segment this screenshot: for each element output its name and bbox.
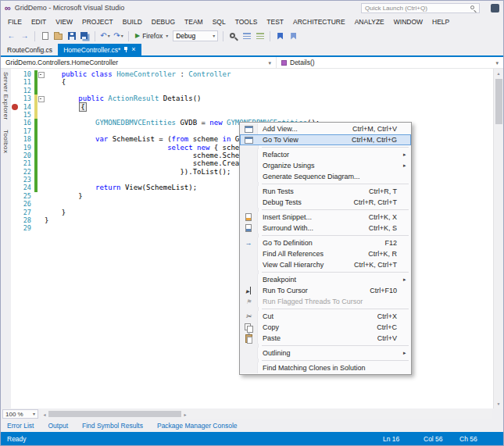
menu-sql[interactable]: SQL: [208, 18, 231, 26]
new-file-icon[interactable]: [39, 30, 51, 42]
menu-item-view-call-hierarchy[interactable]: View Call HierarchyCtrl+K, Ctrl+T: [240, 259, 411, 270]
feedback-icon[interactable]: [491, 4, 499, 12]
tab-homecontroller-cs[interactable]: HomeController.cs*×: [58, 44, 141, 55]
menu-item-cut[interactable]: CutCtrl+X: [240, 311, 411, 322]
side-tab-toolbox[interactable]: Toolbox: [2, 130, 9, 153]
line-number: 25: [19, 192, 34, 200]
menu-item-go-to-definition[interactable]: Go To DefinitionF12: [240, 237, 411, 248]
uncomment-icon[interactable]: [254, 30, 266, 42]
menu-analyze[interactable]: ANALYZE: [350, 18, 389, 26]
chevron-down-icon: ▾: [33, 412, 35, 416]
save-all-icon[interactable]: [79, 30, 91, 42]
tab-routeconfig-cs[interactable]: RouteConfig.cs: [2, 44, 58, 55]
horizontal-scrollbar[interactable]: ◂ ▸: [41, 409, 492, 419]
menu-icon-column: [240, 186, 258, 197]
horizontal-scroll-thumb[interactable]: [48, 411, 181, 417]
menu-item-surround-with[interactable]: Surround With...Ctrl+K, S: [240, 223, 411, 234]
vertical-scrollbar[interactable]: ▲ ▼: [493, 69, 503, 409]
line-number: 23: [19, 176, 34, 184]
toolbar-separator: [34, 31, 35, 41]
side-tab-server-explorer[interactable]: Server Explorer: [2, 72, 9, 120]
scroll-up-icon[interactable]: ▲: [494, 71, 503, 76]
redo-icon[interactable]: ↷▾: [113, 30, 124, 42]
breadcrumb-member[interactable]: Details() ▾: [277, 57, 503, 68]
line-number: 28: [19, 216, 34, 224]
panel-tab-find-symbol-results[interactable]: Find Symbol Results: [82, 422, 143, 430]
next-bookmark-icon[interactable]: [288, 30, 299, 42]
menu-item-run-tests[interactable]: Run TestsCtrl+R, T: [240, 186, 411, 197]
scroll-left-icon[interactable]: ◂: [41, 412, 48, 417]
quick-launch-input[interactable]: Quick Launch (Ctrl+Q): [361, 3, 480, 13]
menu-project[interactable]: PROJECT: [77, 18, 118, 26]
menu-item-outlining[interactable]: Outlining▸: [240, 348, 411, 359]
menu-item-refactor[interactable]: Refactor▸: [240, 149, 411, 160]
code-line[interactable]: 15: [11, 111, 493, 119]
menu-item-find-all-references[interactable]: Find All ReferencesCtrl+K, R: [240, 248, 411, 259]
status-line: Ln 16: [383, 435, 399, 443]
collapse-icon[interactable]: [38, 70, 45, 78]
pin-icon[interactable]: [123, 46, 128, 53]
panel-tab-output[interactable]: Output: [48, 422, 68, 430]
code-line[interactable]: 10public class HomeController : Controll…: [11, 70, 493, 78]
window-title: GridDemo - Microsoft Visual Studio: [15, 4, 124, 12]
nav-forward-icon[interactable]: →: [19, 30, 30, 42]
code-text: }: [45, 209, 66, 216]
undo-icon[interactable]: ↶▾: [99, 30, 111, 42]
outline-margin: [38, 192, 45, 200]
panel-tab-package-manager-console[interactable]: Package Manager Console: [157, 422, 238, 430]
menu-debug[interactable]: DEBUG: [147, 18, 180, 26]
line-number: 12: [19, 87, 34, 95]
code-line[interactable]: 11{: [11, 78, 493, 86]
nav-back-icon[interactable]: ←: [5, 30, 17, 42]
outline-margin: [38, 176, 45, 184]
collapse-icon[interactable]: [38, 95, 45, 102]
save-icon[interactable]: [66, 30, 77, 42]
panel-tab-error-list[interactable]: Error List: [7, 422, 34, 430]
scroll-down-icon[interactable]: ▼: [494, 401, 503, 406]
find-in-files-icon[interactable]: [227, 30, 239, 42]
line-number: 29: [19, 224, 34, 232]
menu-test[interactable]: TEST: [262, 18, 288, 26]
menu-window[interactable]: WINDOW: [389, 18, 427, 26]
menu-file[interactable]: FILE: [3, 18, 27, 26]
menu-view[interactable]: VIEW: [51, 18, 77, 26]
menu-help[interactable]: HELP: [427, 18, 454, 26]
menu-item-insert-snippet[interactable]: Insert Snippet...Ctrl+K, X: [240, 212, 411, 223]
menu-item-debug-tests[interactable]: Debug TestsCtrl+R, Ctrl+T: [240, 197, 411, 208]
vertical-scroll-thumb[interactable]: [495, 79, 502, 124]
menu-tools[interactable]: TOOLS: [231, 18, 263, 26]
scroll-right-icon[interactable]: ▸: [181, 412, 189, 417]
menu-item-breakpoint[interactable]: Breakpoint▸: [240, 274, 411, 285]
breadcrumb-scope[interactable]: GridDemo.Controllers.HomeController ▾: [1, 57, 276, 68]
menu-item-organize-usings[interactable]: Organize Usings▸: [240, 160, 411, 171]
menu-item-generate-sequence-diagram[interactable]: Generate Sequence Diagram...: [240, 171, 411, 182]
menu-item-run-to-cursor[interactable]: Run To CursorCtrl+F10: [240, 285, 411, 296]
side-strip: Server ExplorerToolbox: [1, 69, 11, 409]
chevron-down-icon: ▾: [495, 60, 499, 66]
menu-item-find-matching-clones-in-solution[interactable]: Find Matching Clones in Solution: [240, 362, 411, 373]
menu-architecture[interactable]: ARCHITECTURE: [288, 18, 350, 26]
comment-icon[interactable]: [241, 30, 252, 42]
open-file-icon[interactable]: [52, 30, 64, 42]
menu-item-copy[interactable]: CopyCtrl+C: [240, 322, 411, 333]
start-debug-button[interactable]: ▶Firefox▾: [135, 32, 168, 40]
code-line[interactable]: 12: [11, 87, 493, 95]
add-view-icon: [240, 123, 258, 134]
line-number: 10: [19, 70, 34, 78]
code-line[interactable]: 14{: [11, 103, 493, 111]
zoom-combo[interactable]: 100 % ▾: [2, 409, 38, 419]
paste-icon: [240, 333, 258, 344]
bookmark-icon[interactable]: [274, 30, 286, 42]
menu-edit[interactable]: EDIT: [27, 18, 51, 26]
code-line[interactable]: 13public ActionResult Details(): [11, 95, 493, 102]
toolbar-separator: [128, 31, 129, 41]
menu-build[interactable]: BUILD: [118, 18, 147, 26]
menu-item-paste[interactable]: PasteCtrl+V: [240, 333, 411, 344]
menu-team[interactable]: TEAM: [180, 18, 208, 26]
line-number: 22: [19, 168, 34, 176]
menu-item-go-to-view[interactable]: Go To ViewCtrl+M, Ctrl+G: [240, 134, 411, 145]
run-to-cursor-icon: [240, 285, 258, 296]
close-icon[interactable]: ×: [131, 46, 135, 53]
configuration-combo[interactable]: Debug▾: [173, 30, 218, 41]
menu-item-add-view[interactable]: Add View...Ctrl+M, Ctrl+V: [240, 123, 411, 134]
